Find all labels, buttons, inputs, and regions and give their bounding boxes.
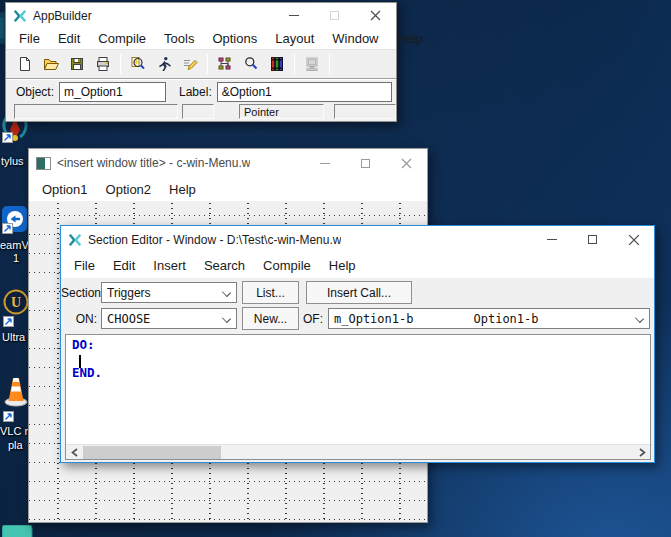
window-glyph-icon — [36, 157, 51, 170]
section-combobox[interactable]: Triggers — [101, 282, 237, 303]
library-icon[interactable] — [264, 52, 290, 76]
section-editor-titlebar[interactable]: Section Editor - Window - D:\Test\c-win-… — [61, 226, 654, 253]
maximize-button — [314, 3, 355, 28]
scroll-left-icon[interactable] — [66, 445, 82, 460]
menu-help[interactable]: Help — [160, 180, 205, 199]
section-editor-menubar: File Edit Insert Search Compile Help — [61, 253, 654, 278]
remote-compile-icon — [299, 52, 325, 76]
new-button[interactable]: New... — [242, 307, 299, 330]
appbuilder-menubar: File Edit Compile Tools Options Layout W… — [6, 28, 396, 49]
tree-view-icon[interactable] — [212, 52, 238, 76]
section-editor-window: Section Editor - Window - D:\Test\c-win-… — [60, 225, 655, 463]
menu-file[interactable]: File — [10, 29, 49, 48]
appbuilder-statusbar: Pointer — [6, 103, 396, 121]
status-panel-2 — [182, 104, 214, 119]
print-icon[interactable] — [90, 52, 116, 76]
appbuilder-title: AppBuilder — [33, 9, 92, 23]
menu-tools[interactable]: Tools — [155, 29, 203, 48]
desktop: tylus eamV 1 U Ultra VLC r pla — [0, 0, 671, 537]
shortcut-arrow-icon — [2, 132, 13, 143]
shortcut-arrow-icon — [3, 316, 14, 327]
chevron-down-icon — [222, 288, 231, 297]
design-window-menubar: Option1 Option2 Help — [29, 177, 427, 201]
menu-file[interactable]: File — [65, 256, 104, 275]
object-field-label: Object: — [16, 85, 54, 99]
of-label: OF: — [303, 312, 325, 326]
close-button[interactable] — [386, 149, 427, 177]
menu-window[interactable]: Window — [323, 29, 387, 48]
close-button[interactable] — [613, 226, 654, 253]
new-file-icon[interactable] — [12, 52, 38, 76]
open-file-icon[interactable] — [38, 52, 64, 76]
label-input[interactable]: &Option1 — [217, 82, 392, 102]
of-combobox-widget: Option1-b — [473, 312, 538, 326]
minimize-button[interactable] — [531, 226, 572, 253]
status-panel-1 — [14, 104, 178, 119]
section-combobox-value: Triggers — [107, 286, 151, 300]
vlc-label[interactable]: VLC r — [0, 425, 28, 437]
code-editor: DO: END. — [65, 334, 651, 460]
status-panel-pointer: Pointer — [239, 104, 324, 119]
section-label: Section: — [61, 286, 97, 300]
design-window-titlebar[interactable]: <insert window title> - c-win-Menu.w — [29, 149, 427, 177]
edit-code-icon[interactable] — [177, 52, 203, 76]
appbuilder-logo-icon — [13, 9, 27, 23]
minimize-button[interactable] — [273, 3, 314, 28]
teamviewer-label[interactable]: eamV — [0, 239, 28, 251]
insert-call-button[interactable]: Insert Call... — [306, 281, 412, 304]
scrollbar-thumb[interactable] — [83, 446, 221, 459]
menu-layout[interactable]: Layout — [266, 29, 323, 48]
preview-icon[interactable] — [125, 52, 151, 76]
menu-option2[interactable]: Option2 — [97, 180, 161, 199]
menu-help[interactable]: Help — [320, 256, 365, 275]
appbuilder-toolbar — [6, 49, 396, 78]
code-text-area[interactable]: DO: END. — [66, 335, 650, 444]
ultraedit-icon[interactable]: U — [3, 289, 29, 315]
scroll-right-icon[interactable] — [634, 445, 650, 460]
on-combobox-value: CHOOSE — [107, 312, 150, 326]
menu-search[interactable]: Search — [195, 256, 254, 275]
menu-help[interactable]: Help — [388, 29, 433, 48]
text-caret — [79, 355, 81, 368]
shortcut-arrow-icon — [3, 411, 14, 422]
close-button[interactable] — [355, 3, 396, 28]
appbuilder-fields-row: Object: m_Option1 Label: &Option1 — [6, 78, 396, 105]
status-panel-4 — [334, 104, 396, 119]
appbuilder-titlebar[interactable]: AppBuilder — [6, 3, 396, 28]
svg-text:U: U — [11, 295, 21, 310]
of-combobox[interactable]: m_Option1-b Option1-b — [328, 308, 650, 329]
find-icon[interactable] — [238, 52, 264, 76]
menu-compile[interactable]: Compile — [254, 256, 320, 275]
ultraedit-label[interactable]: Ultra — [2, 331, 30, 343]
appbuilder-window: AppBuilder File Edit Compile Tools Optio… — [5, 2, 397, 122]
shortcut-arrow-icon — [2, 223, 13, 234]
object-input[interactable]: m_Option1 — [59, 82, 166, 102]
design-window-title: <insert window title> - c-win-Menu.w — [57, 156, 250, 170]
vlc-icon[interactable] — [4, 376, 28, 407]
horizontal-scrollbar[interactable] — [66, 444, 650, 459]
minimize-button[interactable] — [304, 149, 345, 177]
code-line-end: END. — [72, 365, 102, 380]
chevron-down-icon — [222, 314, 231, 323]
menu-edit[interactable]: Edit — [49, 29, 89, 48]
maximize-button[interactable] — [345, 149, 386, 177]
partial-bottom-icon[interactable] — [2, 525, 33, 537]
menu-insert[interactable]: Insert — [144, 256, 195, 275]
on-combobox[interactable]: CHOOSE — [101, 308, 237, 329]
code-line-do: DO: — [72, 337, 95, 352]
of-combobox-name: m_Option1-b — [334, 312, 413, 326]
menu-compile[interactable]: Compile — [89, 29, 155, 48]
save-icon[interactable] — [64, 52, 90, 76]
run-icon[interactable] — [151, 52, 177, 76]
stylus-label[interactable]: tylus — [1, 155, 29, 167]
maximize-button[interactable] — [572, 226, 613, 253]
list-button[interactable]: List... — [242, 281, 299, 304]
toolbar-separator — [120, 54, 121, 74]
menu-option1[interactable]: Option1 — [33, 180, 97, 199]
menu-edit[interactable]: Edit — [104, 256, 144, 275]
appbuilder-logo-icon — [68, 233, 82, 247]
toolbar-separator — [329, 54, 330, 74]
menu-options[interactable]: Options — [203, 29, 266, 48]
section-editor-title: Section Editor - Window - D:\Test\c-win-… — [88, 233, 341, 247]
on-label: ON: — [61, 312, 97, 326]
